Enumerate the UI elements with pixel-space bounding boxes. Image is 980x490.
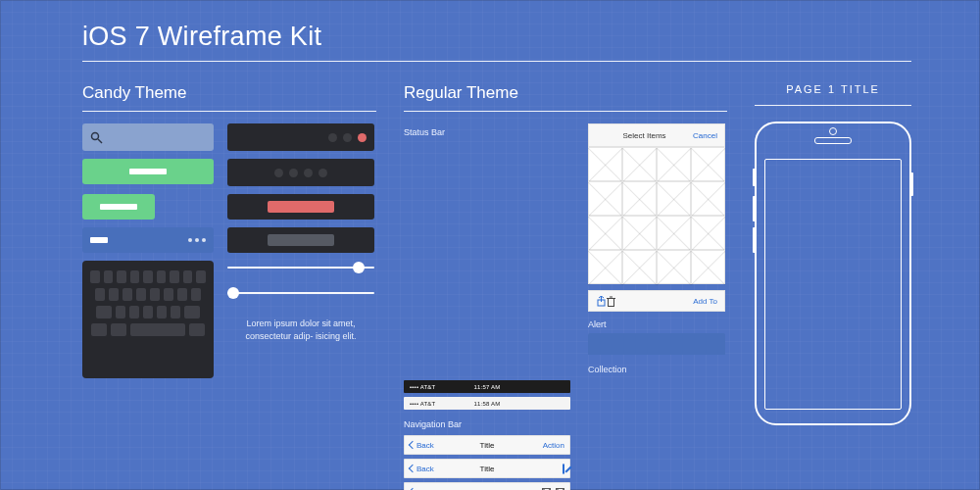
svg-point-0: [92, 132, 99, 139]
collection-cell[interactable]: [657, 181, 691, 216]
phone-page-title: PAGE 1 TITLE: [755, 83, 911, 95]
collection-toolbar: Add To: [588, 290, 725, 312]
lorem-text: Lorem ipsum dolor sit amet, consectetur …: [227, 318, 374, 342]
dark-pill-grey[interactable]: [227, 227, 374, 253]
canvas: iOS 7 Wireframe Kit Candy Theme: [0, 0, 980, 490]
phone-frame: [755, 122, 911, 425]
phone-column: PAGE 1 TITLE: [755, 83, 911, 490]
collection-header: Select Items Cancel: [588, 123, 725, 147]
collection-panel: Select Items Cancel Add To Alert: [588, 123, 725, 355]
phone-rule: [755, 105, 911, 106]
collection-cell[interactable]: [691, 216, 725, 250]
kit-title: iOS 7 Wireframe Kit: [82, 22, 911, 52]
collection-cell[interactable]: [691, 181, 725, 216]
dark-bar-1[interactable]: [227, 123, 374, 151]
regular-column: Regular Theme Status Bar Collection ••••…: [404, 83, 727, 490]
phone-screen[interactable]: [764, 159, 902, 410]
collection-grid: [588, 147, 725, 284]
alert-panel: [588, 333, 725, 355]
back-button[interactable]: Back: [410, 441, 434, 450]
slider-2[interactable]: [227, 286, 374, 300]
volume-up: [753, 196, 756, 221]
dark-bar-2[interactable]: [227, 159, 374, 186]
blue-chip[interactable]: [82, 227, 214, 253]
collection-cell[interactable]: [657, 250, 691, 284]
label-collection: Collection: [588, 365, 725, 374]
nav-action[interactable]: Action: [543, 441, 564, 450]
nav-row-2[interactable]: Back Title: [404, 459, 570, 478]
collection-cell[interactable]: [588, 147, 622, 181]
collection-cell[interactable]: [691, 147, 725, 181]
label-status: Status Bar: [404, 127, 570, 137]
collection-cell[interactable]: [622, 216, 657, 250]
status-bar-dark: •••• AT&T 11:57 AM: [404, 380, 570, 393]
mute-switch: [753, 169, 756, 186]
collection-cell[interactable]: [588, 250, 622, 284]
regular-rule: [404, 111, 727, 112]
regular-grid: Status Bar Collection •••• AT&T 11:57 AM…: [404, 123, 727, 490]
collection-cell[interactable]: [657, 216, 691, 250]
regular-heading: Regular Theme: [404, 83, 727, 103]
nav-row-3[interactable]: Back: [404, 482, 570, 490]
keyboard[interactable]: [82, 261, 214, 378]
collection-cell[interactable]: [588, 181, 622, 216]
candy-column: Candy Theme: [82, 83, 376, 490]
slider-1[interactable]: [227, 261, 374, 274]
candy-heading: Candy Theme: [82, 83, 376, 103]
slider-group: Lorem ipsum dolor sit amet, consectetur …: [227, 261, 374, 378]
candy-rule: [82, 111, 376, 112]
search-icon: [90, 131, 103, 144]
share-icon[interactable]: [596, 296, 607, 307]
svg-rect-3: [609, 298, 614, 306]
trash-icon[interactable]: [607, 296, 615, 307]
edit-icon[interactable]: [563, 464, 564, 474]
collection-cell[interactable]: [622, 181, 657, 216]
collection-cell[interactable]: [657, 147, 691, 181]
add-to-button[interactable]: Add To: [693, 297, 717, 306]
collection-cell[interactable]: [622, 147, 657, 181]
cancel-button[interactable]: Cancel: [693, 131, 717, 140]
title-rule: [82, 61, 911, 62]
candy-grid: Lorem ipsum dolor sit amet, consectetur …: [82, 123, 376, 378]
power-button: [910, 172, 913, 196]
collection-cell[interactable]: [691, 250, 725, 284]
volume-down: [753, 227, 756, 253]
status-bar-light: •••• AT&T 11:58 AM: [404, 397, 570, 410]
label-alert: Alert: [588, 319, 725, 329]
nav-row-1[interactable]: Back Title Action: [404, 435, 570, 455]
collection-cell[interactable]: [588, 216, 622, 250]
collection-title: Select Items: [596, 131, 693, 140]
dark-pill-red[interactable]: [227, 194, 374, 220]
collection-cell[interactable]: [622, 250, 657, 284]
green-button-1[interactable]: [82, 159, 214, 184]
label-nav: Navigation Bar: [404, 419, 570, 429]
green-button-2[interactable]: [82, 194, 155, 220]
nav-title: Title: [480, 441, 495, 450]
columns: Candy Theme: [82, 83, 911, 490]
search-bar[interactable]: [82, 123, 214, 151]
svg-line-1: [98, 139, 102, 143]
